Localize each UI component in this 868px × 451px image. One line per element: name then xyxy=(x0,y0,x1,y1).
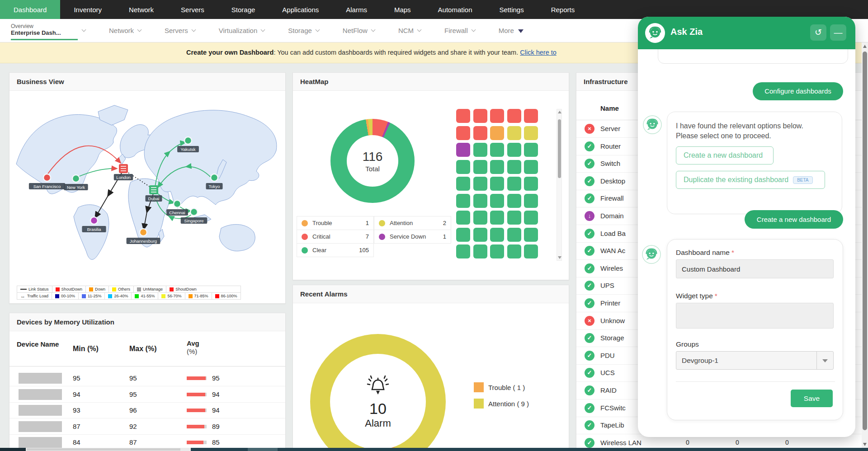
memory-table-row[interactable]: 959595 xyxy=(9,370,285,386)
tab-more[interactable]: More xyxy=(499,27,524,34)
heatmap-cell-green[interactable] xyxy=(490,211,504,225)
heatmap-cell-green[interactable] xyxy=(456,244,470,258)
memory-table-row[interactable]: 879289 xyxy=(9,418,285,435)
heatmap-cell-green[interactable] xyxy=(507,211,521,225)
heatmap-cell-green[interactable] xyxy=(456,211,470,225)
heatmap-cell-red[interactable] xyxy=(524,109,538,123)
heatmap-legend-item[interactable]: Clear105 xyxy=(297,243,374,257)
heatmap-cell-red[interactable] xyxy=(507,109,521,123)
nav-item-automation[interactable]: Automation xyxy=(425,0,486,19)
minimize-button[interactable]: — xyxy=(830,24,846,41)
heatmap-cell-green[interactable] xyxy=(507,160,521,174)
heatmap-cell-green[interactable] xyxy=(473,194,487,208)
banner-link[interactable]: Click here to xyxy=(520,49,557,56)
heatmap-cell-green[interactable] xyxy=(490,228,504,242)
tab-firewall[interactable]: Firewall xyxy=(444,27,475,34)
nav-item-servers[interactable]: Servers xyxy=(167,0,218,19)
heatmap-cell-green[interactable] xyxy=(524,211,538,225)
tab-virtualization[interactable]: Virtualization xyxy=(219,27,265,34)
heatmap-cell-red[interactable] xyxy=(473,109,487,123)
nav-item-alarms[interactable]: Alarms xyxy=(332,0,381,19)
heatmap-cell-green[interactable] xyxy=(507,143,521,157)
heatmap-cell-red[interactable] xyxy=(490,109,504,123)
heatmap-legend-item[interactable]: Attention2 xyxy=(374,216,451,230)
tab-netflow[interactable]: NetFlow xyxy=(343,27,375,34)
duplicate-dashboard-option-button[interactable]: Duplicate the existing dashboard BETA xyxy=(676,171,825,189)
tab-overview-active[interactable]: Overview Enterprise Dash... xyxy=(11,21,79,40)
heatmap-legend-item[interactable]: Critical7 xyxy=(297,230,374,244)
heatmap-cell-green[interactable] xyxy=(456,160,470,174)
heatmap-cell-green[interactable] xyxy=(507,244,521,258)
nav-item-applications[interactable]: Applications xyxy=(269,0,332,19)
tab-storage[interactable]: Storage xyxy=(288,27,319,34)
active-tab-chevron[interactable] xyxy=(82,30,85,31)
heatmap-cell-green[interactable] xyxy=(456,194,470,208)
scrollbar-thumb[interactable] xyxy=(863,52,867,430)
nav-item-reports[interactable]: Reports xyxy=(538,0,589,19)
heatmap-cell-red[interactable] xyxy=(456,126,470,140)
world-map[interactable]: San FranciscoNew YorkLondonDubaiYakutskT… xyxy=(9,92,285,268)
heatmap-cell-yellow[interactable] xyxy=(507,126,521,140)
heatmap-scroll-thumb[interactable] xyxy=(558,119,561,178)
heatmap-cell-green[interactable] xyxy=(473,211,487,225)
scroll-down-icon[interactable] xyxy=(558,256,561,259)
dashboard-name-input[interactable] xyxy=(676,259,834,278)
scroll-up-icon[interactable] xyxy=(863,45,867,48)
hscroll-thumb[interactable] xyxy=(27,448,180,451)
memory-table-row[interactable]: 949594 xyxy=(9,386,285,403)
scroll-down-icon[interactable] xyxy=(863,443,867,446)
heatmap-cell-green[interactable] xyxy=(490,194,504,208)
nav-item-inventory[interactable]: Inventory xyxy=(60,0,115,19)
tab-ncm[interactable]: NCM xyxy=(398,27,421,34)
heatmap-cell-green[interactable] xyxy=(490,177,504,191)
heatmap-cell-green[interactable] xyxy=(524,194,538,208)
tab-servers[interactable]: Servers xyxy=(165,27,195,34)
heatmap-cell-green[interactable] xyxy=(473,143,487,157)
heatmap-legend-item[interactable]: Service Down1 xyxy=(374,230,451,244)
heatmap-cell-green[interactable] xyxy=(473,177,487,191)
map-city-london[interactable]: London xyxy=(114,164,133,180)
map-city-chennai[interactable]: Chennai xyxy=(166,200,188,216)
heatmap-cell-green[interactable] xyxy=(524,160,538,174)
nav-item-settings[interactable]: Settings xyxy=(486,0,537,19)
heatmap-cell-green[interactable] xyxy=(524,244,538,258)
nav-item-maps[interactable]: Maps xyxy=(381,0,425,19)
heatmap-cell-green[interactable] xyxy=(524,228,538,242)
heatmap-cell-green[interactable] xyxy=(524,177,538,191)
create-new-dashboard-option-button[interactable]: Create a new dashboard xyxy=(676,146,774,164)
heatmap-cell-green[interactable] xyxy=(507,177,521,191)
heatmap-cell-green[interactable] xyxy=(490,160,504,174)
nav-item-storage[interactable]: Storage xyxy=(218,0,269,19)
recent-alarms-donut[interactable]: 10 Alarm xyxy=(310,334,446,451)
heatmap-donut-chart[interactable]: 116 Total xyxy=(330,119,415,203)
heatmap-cell-orange[interactable] xyxy=(490,126,504,140)
heatmap-cell-green[interactable] xyxy=(490,143,504,157)
nav-item-dashboard[interactable]: Dashboard xyxy=(0,0,60,19)
groups-dropdown[interactable]: Devgroup-1 xyxy=(676,351,834,370)
reset-conversation-button[interactable]: ↺ xyxy=(810,24,826,41)
heatmap-cell-green[interactable] xyxy=(473,244,487,258)
memory-table-row[interactable]: 939694 xyxy=(9,402,285,418)
heatmap-cell-green[interactable] xyxy=(456,228,470,242)
heatmap-cell-yellow[interactable] xyxy=(524,126,538,140)
hscroll-track[interactable] xyxy=(26,448,191,451)
heatmap-cell-green[interactable] xyxy=(524,143,538,157)
heatmap-cell-green[interactable] xyxy=(507,228,521,242)
save-button[interactable]: Save xyxy=(791,390,833,407)
tab-network[interactable]: Network xyxy=(109,27,141,34)
heatmap-cell-purple[interactable] xyxy=(456,143,470,157)
heatmap-cell-red[interactable] xyxy=(473,126,487,140)
dropdown-arrow-icon[interactable] xyxy=(816,352,833,369)
heatmap-cell-green[interactable] xyxy=(473,228,487,242)
heatmap-cell-green[interactable] xyxy=(507,194,521,208)
page-vertical-scrollbar[interactable] xyxy=(862,42,868,448)
heatmap-cell-green[interactable] xyxy=(473,160,487,174)
heatmap-scrollbar[interactable] xyxy=(557,109,562,261)
page-horizontal-scrollbar[interactable] xyxy=(0,448,868,451)
heatmap-legend-item[interactable]: Trouble1 xyxy=(297,216,374,230)
heatmap-cell-red[interactable] xyxy=(456,109,470,123)
scroll-up-icon[interactable] xyxy=(558,111,561,113)
heatmap-cell-green[interactable] xyxy=(490,244,504,258)
widget-type-input[interactable] xyxy=(676,303,834,329)
heatmap-cell-green[interactable] xyxy=(456,177,470,191)
